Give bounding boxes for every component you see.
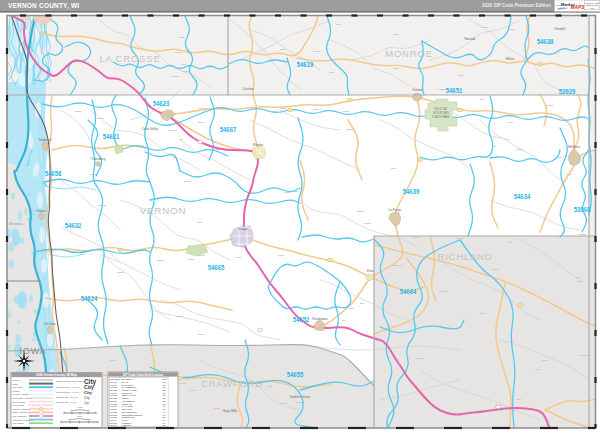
svg-text:54621: 54621 [103,132,120,141]
svg-text:VERNON COUNTY, WI: VERNON COUNTY, WI [8,2,79,10]
svg-text:Cities 25,000 - 49,999: Cities 25,000 - 49,999 [56,391,80,394]
svg-text:miles: miles [77,415,82,417]
svg-text:54623: 54623 [110,389,117,391]
svg-text:Cities 50,000 - 99,999: Cities 50,000 - 99,999 [56,386,80,389]
svg-text:54651: 54651 [446,86,463,95]
svg-text:54624: 54624 [110,392,117,394]
svg-text:54632: 54632 [65,221,82,230]
svg-text:WESTBY: WESTBY [122,424,132,426]
svg-text:Gays Mills: Gays Mills [223,409,238,413]
svg-text:54634: 54634 [514,192,531,201]
svg-text:County Highways: County Highways [13,408,32,411]
svg-text:Viola: Viola [367,269,374,273]
svg-text:Roads: Roads [13,390,21,393]
svg-text:VERNON: VERNON [140,205,187,216]
svg-text:Soldiers Grove: Soldiers Grove [290,395,311,399]
svg-text:BLAIR: BLAIR [122,381,129,383]
svg-text:ZIP Name: ZIP Name [122,378,133,380]
svg-text:54624: 54624 [81,294,98,303]
svg-text:ONTARIO: ONTARIO [122,408,133,410]
svg-text:54619: 54619 [110,384,117,386]
svg-text:MONROE: MONROE [385,48,433,59]
svg-text:US Highways: US Highways [13,415,28,418]
svg-text:City: City [84,401,89,405]
svg-text:53968: 53968 [574,205,591,214]
svg-text:Toll Roads: Toll Roads [13,422,25,425]
svg-text:54638: 54638 [537,37,554,46]
svg-text:Stoddard: Stoddard [39,138,52,142]
svg-text:Kendall: Kendall [555,27,566,31]
svg-text:ZIP Code Index/Grid Locator: ZIP Code Index/Grid Locator [123,373,164,377]
svg-text:County: County [13,379,21,382]
svg-text:Cities 1,000 - 4,999: Cities 1,000 - 4,999 [56,401,77,404]
svg-text:Readstown: Readstown [312,317,328,321]
svg-text:2020 Vernon County, WI Map: 2020 Vernon County, WI Map [36,373,77,377]
svg-text:54664: 54664 [400,287,417,296]
svg-text:CHASEBURG: CHASEBURG [122,386,137,388]
svg-text:.com: .com [590,7,595,9]
svg-text:Toll Roads: Toll Roads [13,404,25,407]
svg-text:54619: 54619 [297,60,314,69]
svg-text:Blue Roads: Blue Roads [13,401,26,404]
svg-text:Minnesota: Minnesota [9,222,23,226]
svg-text:De Soto: De Soto [44,322,55,326]
svg-text:54665: 54665 [110,422,117,424]
svg-text:LA FARGE: LA FARGE [122,405,134,407]
svg-text:MAPS: MAPS [571,5,586,10]
svg-text:54652: 54652 [293,315,310,324]
svg-text:RICHLAND: RICHLAND [438,251,493,262]
svg-text:STATE PARK: STATE PARK [432,115,450,119]
svg-text:CRAWFORD: CRAWFORD [201,378,263,389]
svg-text:miles: miles [78,406,83,408]
svg-text:54658: 54658 [110,416,117,418]
svg-text:Viroqua: Viroqua [238,227,249,231]
svg-text:Westby: Westby [253,143,264,147]
svg-text:54638: 54638 [110,403,117,405]
svg-text:COON VALLEY: COON VALLEY [122,389,139,391]
svg-text:ZIP Code: ZIP Code [13,386,24,389]
svg-text:CASHTON: CASHTON [122,384,134,386]
svg-text:54634: 54634 [110,400,117,402]
svg-text:54651: 54651 [110,408,117,410]
svg-text:54639: 54639 [110,405,117,407]
svg-text:Hillsboro: Hillsboro [568,145,580,149]
svg-text:DE SOTO: DE SOTO [122,392,133,394]
svg-text:KENDALL: KENDALL [122,403,133,405]
svg-text:Grid: Grid [163,378,168,380]
svg-text:GENOA: GENOA [122,397,131,399]
svg-text:State: State [13,383,19,386]
svg-text:FERRYVILLE: FERRYVILLE [122,394,136,396]
svg-text:Coon Valley: Coon Valley [142,127,159,131]
svg-text:Cities 5,000 - 24,999: Cities 5,000 - 24,999 [56,396,79,399]
svg-text:VIOLA: VIOLA [122,419,129,421]
svg-text:Cities 100,000 and Above: Cities 100,000 and Above [56,380,84,383]
svg-text:City: City [84,396,90,400]
svg-text:2020 ZIP Code Premium Edition: 2020 ZIP Code Premium Edition [482,3,551,8]
svg-text:54639: 54639 [403,187,420,196]
svg-text:Norwalk: Norwalk [464,37,476,41]
svg-text:54665: 54665 [208,263,225,272]
svg-text:54621: 54621 [110,386,117,388]
svg-text:53929: 53929 [559,87,576,96]
svg-text:SOLDIERS GROVE: SOLDIERS GROVE [122,414,143,416]
svg-text:READSTOWN: READSTOWN [122,411,137,413]
svg-text:Wilton: Wilton [506,57,515,61]
svg-text:Primary Roads: Primary Roads [13,393,30,396]
svg-text:Cashton: Cashton [242,87,254,91]
svg-text:Genoa: Genoa [36,209,46,213]
svg-text:STODDARD: STODDARD [122,416,135,418]
svg-text:54664: 54664 [110,419,117,421]
svg-text:54628: 54628 [110,394,117,396]
svg-text:ZIP Code: ZIP Code [110,378,120,380]
svg-text:Ontario: Ontario [412,88,422,92]
svg-text:54667: 54667 [110,424,117,426]
svg-text:54605: 54605 [110,381,117,383]
svg-text:State Highways: State Highways [13,411,30,414]
svg-text:LA CROSSE: LA CROSSE [99,53,160,64]
svg-text:54655: 54655 [287,370,304,379]
svg-text:54658: 54658 [45,169,62,178]
svg-text:54655: 54655 [110,414,117,416]
svg-text:HILLSBORO: HILLSBORO [122,400,135,402]
svg-text:54652: 54652 [110,411,117,413]
svg-text:54623: 54623 [153,99,170,108]
